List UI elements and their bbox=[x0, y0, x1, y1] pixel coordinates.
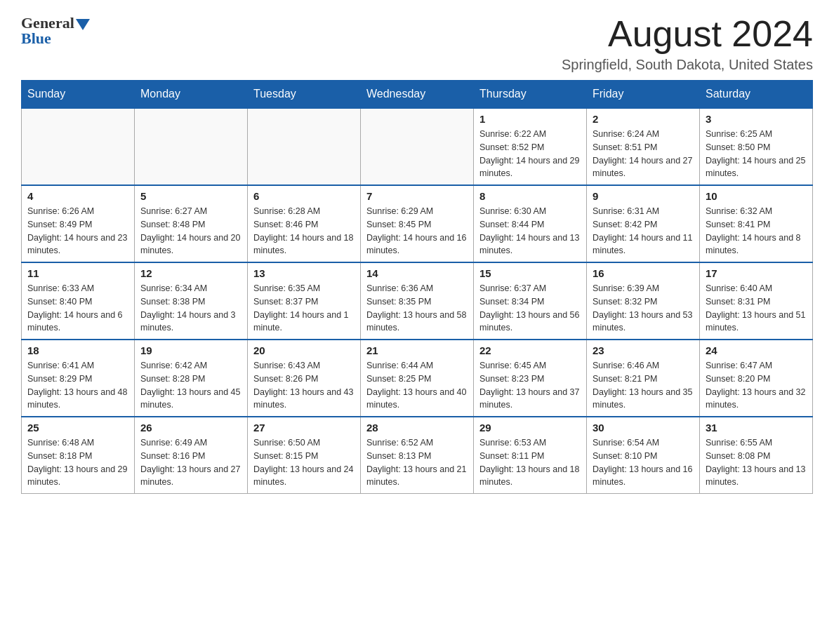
calendar-cell: 31Sunrise: 6:55 AMSunset: 8:08 PMDayligh… bbox=[700, 417, 813, 494]
day-info: Sunrise: 6:26 AMSunset: 8:49 PMDaylight:… bbox=[27, 205, 128, 257]
weekday-header-monday: Monday bbox=[135, 81, 248, 109]
calendar-cell bbox=[22, 108, 135, 185]
day-number: 26 bbox=[140, 422, 241, 434]
calendar-cell bbox=[361, 108, 474, 185]
day-number: 28 bbox=[366, 422, 468, 434]
day-info: Sunrise: 6:43 AMSunset: 8:26 PMDaylight:… bbox=[253, 359, 355, 412]
day-number: 12 bbox=[140, 267, 241, 279]
day-info: Sunrise: 6:52 AMSunset: 8:13 PMDaylight:… bbox=[366, 436, 468, 489]
day-number: 7 bbox=[366, 190, 468, 202]
weekday-header-wednesday: Wednesday bbox=[361, 81, 474, 109]
calendar-cell: 4Sunrise: 6:26 AMSunset: 8:49 PMDaylight… bbox=[22, 185, 135, 262]
calendar-week-row: 1Sunrise: 6:22 AMSunset: 8:52 PMDaylight… bbox=[22, 108, 813, 185]
day-info: Sunrise: 6:30 AMSunset: 8:44 PMDaylight:… bbox=[479, 205, 581, 257]
day-number: 4 bbox=[27, 190, 128, 202]
calendar-cell: 27Sunrise: 6:50 AMSunset: 8:15 PMDayligh… bbox=[248, 417, 361, 494]
day-info: Sunrise: 6:28 AMSunset: 8:46 PMDaylight:… bbox=[253, 205, 355, 257]
day-number: 29 bbox=[479, 422, 581, 434]
calendar-cell: 8Sunrise: 6:30 AMSunset: 8:44 PMDaylight… bbox=[474, 185, 587, 262]
day-number: 20 bbox=[253, 344, 355, 356]
day-number: 11 bbox=[27, 267, 128, 279]
logo: General Blue bbox=[21, 14, 90, 48]
day-info: Sunrise: 6:32 AMSunset: 8:41 PMDaylight:… bbox=[706, 205, 807, 257]
calendar-cell: 24Sunrise: 6:47 AMSunset: 8:20 PMDayligh… bbox=[700, 340, 813, 417]
day-info: Sunrise: 6:36 AMSunset: 8:35 PMDaylight:… bbox=[366, 282, 468, 335]
calendar-cell: 22Sunrise: 6:45 AMSunset: 8:23 PMDayligh… bbox=[474, 340, 587, 417]
day-info: Sunrise: 6:24 AMSunset: 8:51 PMDaylight:… bbox=[593, 128, 694, 180]
calendar-cell: 17Sunrise: 6:40 AMSunset: 8:31 PMDayligh… bbox=[700, 262, 813, 340]
calendar-cell: 10Sunrise: 6:32 AMSunset: 8:41 PMDayligh… bbox=[700, 185, 813, 262]
calendar-cell: 18Sunrise: 6:41 AMSunset: 8:29 PMDayligh… bbox=[22, 340, 135, 417]
calendar-cell: 12Sunrise: 6:34 AMSunset: 8:38 PMDayligh… bbox=[135, 262, 248, 340]
weekday-header-tuesday: Tuesday bbox=[248, 81, 361, 109]
weekday-header-row: SundayMondayTuesdayWednesdayThursdayFrid… bbox=[22, 81, 813, 109]
day-info: Sunrise: 6:35 AMSunset: 8:37 PMDaylight:… bbox=[253, 282, 355, 335]
day-number: 16 bbox=[593, 267, 694, 279]
day-number: 13 bbox=[253, 267, 355, 279]
day-number: 22 bbox=[479, 344, 581, 356]
day-number: 14 bbox=[366, 267, 468, 279]
calendar-cell: 3Sunrise: 6:25 AMSunset: 8:50 PMDaylight… bbox=[700, 108, 813, 185]
calendar-week-row: 18Sunrise: 6:41 AMSunset: 8:29 PMDayligh… bbox=[22, 340, 813, 417]
calendar-cell: 15Sunrise: 6:37 AMSunset: 8:34 PMDayligh… bbox=[474, 262, 587, 340]
calendar-cell: 14Sunrise: 6:36 AMSunset: 8:35 PMDayligh… bbox=[361, 262, 474, 340]
day-info: Sunrise: 6:34 AMSunset: 8:38 PMDaylight:… bbox=[140, 282, 241, 335]
calendar-cell: 9Sunrise: 6:31 AMSunset: 8:42 PMDaylight… bbox=[587, 185, 700, 262]
day-number: 2 bbox=[593, 113, 694, 125]
day-info: Sunrise: 6:31 AMSunset: 8:42 PMDaylight:… bbox=[593, 205, 694, 257]
day-info: Sunrise: 6:54 AMSunset: 8:10 PMDaylight:… bbox=[593, 436, 694, 489]
calendar-cell: 13Sunrise: 6:35 AMSunset: 8:37 PMDayligh… bbox=[248, 262, 361, 340]
day-info: Sunrise: 6:44 AMSunset: 8:25 PMDaylight:… bbox=[366, 359, 468, 412]
calendar-cell: 7Sunrise: 6:29 AMSunset: 8:45 PMDaylight… bbox=[361, 185, 474, 262]
day-info: Sunrise: 6:46 AMSunset: 8:21 PMDaylight:… bbox=[593, 359, 694, 412]
day-info: Sunrise: 6:37 AMSunset: 8:34 PMDaylight:… bbox=[479, 282, 581, 335]
day-info: Sunrise: 6:27 AMSunset: 8:48 PMDaylight:… bbox=[140, 205, 241, 257]
calendar-cell bbox=[248, 108, 361, 185]
day-info: Sunrise: 6:49 AMSunset: 8:16 PMDaylight:… bbox=[140, 436, 241, 489]
day-info: Sunrise: 6:25 AMSunset: 8:50 PMDaylight:… bbox=[706, 128, 807, 180]
calendar-cell: 11Sunrise: 6:33 AMSunset: 8:40 PMDayligh… bbox=[22, 262, 135, 340]
calendar-cell: 16Sunrise: 6:39 AMSunset: 8:32 PMDayligh… bbox=[587, 262, 700, 340]
calendar-week-row: 25Sunrise: 6:48 AMSunset: 8:18 PMDayligh… bbox=[22, 417, 813, 494]
day-number: 5 bbox=[140, 190, 241, 202]
weekday-header-thursday: Thursday bbox=[474, 81, 587, 109]
calendar-cell: 6Sunrise: 6:28 AMSunset: 8:46 PMDaylight… bbox=[248, 185, 361, 262]
calendar-cell: 25Sunrise: 6:48 AMSunset: 8:18 PMDayligh… bbox=[22, 417, 135, 494]
day-number: 23 bbox=[593, 344, 694, 356]
calendar-week-row: 4Sunrise: 6:26 AMSunset: 8:49 PMDaylight… bbox=[22, 185, 813, 262]
day-number: 30 bbox=[593, 422, 694, 434]
calendar-cell: 19Sunrise: 6:42 AMSunset: 8:28 PMDayligh… bbox=[135, 340, 248, 417]
day-info: Sunrise: 6:47 AMSunset: 8:20 PMDaylight:… bbox=[706, 359, 807, 412]
day-number: 21 bbox=[366, 344, 468, 356]
weekday-header-friday: Friday bbox=[587, 81, 700, 109]
calendar-cell: 26Sunrise: 6:49 AMSunset: 8:16 PMDayligh… bbox=[135, 417, 248, 494]
day-number: 19 bbox=[140, 344, 241, 356]
day-number: 15 bbox=[479, 267, 581, 279]
day-info: Sunrise: 6:29 AMSunset: 8:45 PMDaylight:… bbox=[366, 205, 468, 257]
logo-triangle-icon bbox=[76, 19, 90, 30]
logo-blue-text: Blue bbox=[21, 29, 51, 48]
page-header: General Blue August 2024 Springfield, So… bbox=[21, 14, 813, 73]
day-number: 25 bbox=[27, 422, 128, 434]
day-number: 1 bbox=[479, 113, 581, 125]
day-info: Sunrise: 6:22 AMSunset: 8:52 PMDaylight:… bbox=[479, 128, 581, 180]
calendar-cell: 29Sunrise: 6:53 AMSunset: 8:11 PMDayligh… bbox=[474, 417, 587, 494]
day-info: Sunrise: 6:48 AMSunset: 8:18 PMDaylight:… bbox=[27, 436, 128, 489]
title-area: August 2024 Springfield, South Dakota, U… bbox=[562, 14, 813, 73]
day-info: Sunrise: 6:50 AMSunset: 8:15 PMDaylight:… bbox=[253, 436, 355, 489]
calendar-cell: 5Sunrise: 6:27 AMSunset: 8:48 PMDaylight… bbox=[135, 185, 248, 262]
calendar-cell: 23Sunrise: 6:46 AMSunset: 8:21 PMDayligh… bbox=[587, 340, 700, 417]
day-number: 17 bbox=[706, 267, 807, 279]
calendar-cell: 20Sunrise: 6:43 AMSunset: 8:26 PMDayligh… bbox=[248, 340, 361, 417]
day-number: 27 bbox=[253, 422, 355, 434]
calendar-cell: 30Sunrise: 6:54 AMSunset: 8:10 PMDayligh… bbox=[587, 417, 700, 494]
day-number: 10 bbox=[706, 190, 807, 202]
day-info: Sunrise: 6:55 AMSunset: 8:08 PMDaylight:… bbox=[706, 436, 807, 489]
weekday-header-sunday: Sunday bbox=[22, 81, 135, 109]
day-number: 31 bbox=[706, 422, 807, 434]
calendar-cell: 21Sunrise: 6:44 AMSunset: 8:25 PMDayligh… bbox=[361, 340, 474, 417]
weekday-header-saturday: Saturday bbox=[700, 81, 813, 109]
day-number: 9 bbox=[593, 190, 694, 202]
day-info: Sunrise: 6:53 AMSunset: 8:11 PMDaylight:… bbox=[479, 436, 581, 489]
day-info: Sunrise: 6:45 AMSunset: 8:23 PMDaylight:… bbox=[479, 359, 581, 412]
